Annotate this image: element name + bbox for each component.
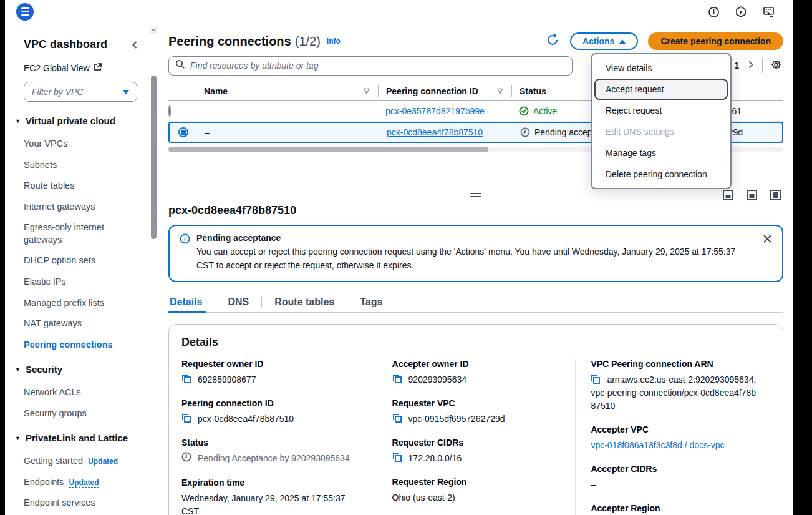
peering-connection-id-link[interactable]: pcx-0cd8eea4f78b87510 bbox=[387, 127, 483, 137]
accepter-vpc-link[interactable]: vpc-018f086a13f3c3f8d / docs-vpc bbox=[591, 439, 724, 452]
sidebar-scrollbar-thumb[interactable] bbox=[151, 76, 157, 239]
search-icon bbox=[175, 59, 185, 72]
section-caret-icon: ▼ bbox=[15, 435, 21, 441]
row-radio-selected[interactable] bbox=[178, 127, 188, 137]
copy-icon[interactable] bbox=[591, 375, 607, 385]
panel-size-medium-icon[interactable] bbox=[747, 190, 757, 203]
preferences-gear-icon[interactable] bbox=[770, 59, 782, 73]
actions-button[interactable]: Actions bbox=[570, 32, 638, 50]
top-navigation-bar bbox=[5, 0, 793, 24]
field-accepter-region: Accepter Region Ohio (us-east-2) bbox=[591, 503, 756, 515]
field-status: Status Pending Acceptance by 92029309563… bbox=[181, 438, 363, 466]
sort-caret-icon[interactable]: ▽ bbox=[498, 87, 503, 95]
info-icon[interactable] bbox=[708, 6, 720, 18]
menu-item-reject-request[interactable]: Reject request bbox=[594, 100, 728, 121]
details-container: Details Requester owner ID 692859908677 bbox=[168, 324, 783, 515]
section-virtual-private-cloud[interactable]: ▼ Virtual private cloud bbox=[15, 115, 139, 126]
hamburger-menu-button[interactable] bbox=[16, 3, 34, 21]
tab-dns[interactable]: DNS bbox=[215, 292, 261, 312]
copy-icon[interactable] bbox=[392, 374, 402, 384]
sidebar-item-egress-only-internet-gateways[interactable]: Egress-only internet gateways bbox=[24, 217, 123, 250]
sidebar-item-route-tables[interactable]: Route tables bbox=[24, 175, 139, 197]
tab-tags[interactable]: Tags bbox=[347, 292, 395, 312]
copy-icon[interactable] bbox=[181, 413, 191, 423]
console-window: VPC dashboard EC2 Global View Filter by … bbox=[5, 0, 793, 515]
field-requester-region: Requester Region Ohio (us-east-2) bbox=[392, 477, 562, 504]
page-title: Peering connections bbox=[168, 34, 291, 49]
menu-item-delete-peering-connection[interactable]: Delete peering connection bbox=[594, 164, 728, 185]
sidebar-item-elastic-ips[interactable]: Elastic IPs bbox=[24, 272, 139, 293]
scroll-up-arrow-icon[interactable] bbox=[150, 26, 157, 33]
field-peering-connection-id: Peering connection ID pcx-0cd8eea4f78b87… bbox=[181, 398, 363, 426]
section-privatelink-lattice[interactable]: ▼ PrivateLink and Lattice bbox=[15, 433, 139, 443]
column-header-name[interactable]: Name ▽ bbox=[196, 85, 378, 97]
field-accepter-cidrs: Accepter CIDRs – bbox=[591, 464, 756, 491]
refresh-button[interactable] bbox=[545, 32, 560, 50]
info-link[interactable]: Info bbox=[327, 37, 341, 46]
sidebar-item-your-vpcs[interactable]: Your VPCs bbox=[24, 134, 139, 155]
sidebar-collapse-icon[interactable] bbox=[130, 41, 139, 49]
field-requester-vpc: Requester VPC vpc-0915df6957262729d bbox=[392, 398, 562, 426]
column-header-peering-connection-id[interactable]: Peering connection ID ▽ bbox=[378, 85, 511, 97]
pending-acceptance-alert: Pending acceptance You can accept or rej… bbox=[168, 225, 783, 282]
panel-size-large-icon[interactable] bbox=[770, 190, 781, 203]
sidebar-item-nat-gateways[interactable]: NAT gateways bbox=[24, 313, 139, 335]
actions-dropdown-menu: View details Accept request Reject reque… bbox=[591, 53, 732, 189]
check-circle-icon bbox=[519, 106, 529, 116]
sidebar-item-security-groups[interactable]: Security groups bbox=[24, 403, 139, 424]
sidebar-item-endpoint-services[interactable]: Endpoint services bbox=[24, 493, 139, 514]
field-vpc-peering-connection-arn: VPC Peering connection ARN arn:aws:ec2:u… bbox=[591, 359, 756, 413]
create-peering-connection-button[interactable]: Create peering connection bbox=[648, 32, 783, 50]
divider bbox=[762, 58, 763, 73]
sidebar-navigation: VPC dashboard EC2 Global View Filter by … bbox=[5, 24, 158, 515]
field-accepter-vpc: Accepter VPC vpc-018f086a13f3c3f8d / doc… bbox=[591, 424, 756, 452]
sidebar-item-network-acls[interactable]: Network ACLs bbox=[24, 382, 139, 403]
close-icon[interactable] bbox=[763, 234, 772, 246]
peering-connections-list: Peering connections (1/2) Info Actions C… bbox=[158, 24, 793, 185]
copy-icon[interactable] bbox=[392, 453, 402, 463]
copy-icon[interactable] bbox=[181, 374, 191, 384]
sidebar-item-endpoints[interactable]: EndpointsUpdated bbox=[24, 472, 139, 493]
tab-details[interactable]: Details bbox=[168, 292, 215, 312]
filter-by-vpc-select[interactable]: Filter by VPC bbox=[24, 82, 137, 102]
sidebar-item-getting-started[interactable]: Getting startedUpdated bbox=[24, 451, 139, 472]
updated-badge: Updated bbox=[69, 478, 99, 488]
details-column-1: Requester owner ID 692859908677 Peering … bbox=[181, 359, 377, 515]
sidebar-item-peering-connections[interactable]: Peering connections bbox=[24, 335, 139, 356]
chevron-up-icon bbox=[619, 39, 626, 44]
search-placeholder: Find resources by attribute or tag bbox=[190, 61, 318, 71]
section-security[interactable]: ▼ Security bbox=[15, 364, 139, 375]
next-page-icon[interactable] bbox=[747, 60, 755, 71]
ec2-global-view-link[interactable]: EC2 Global View bbox=[24, 62, 139, 73]
page-number[interactable]: 1 bbox=[734, 61, 739, 71]
cloudshell-icon[interactable] bbox=[735, 6, 747, 18]
row-radio-unselected[interactable] bbox=[168, 105, 171, 117]
copy-icon[interactable] bbox=[392, 413, 402, 423]
details-column-2: Accepter owner ID 920293095634 Requester… bbox=[377, 359, 576, 515]
menu-item-manage-tags[interactable]: Manage tags bbox=[594, 142, 728, 164]
split-panel-resize-handle[interactable] bbox=[470, 193, 481, 197]
field-requester-cidrs: Requester CIDRs 172.28.0.0/16 bbox=[392, 438, 562, 465]
peering-connection-id-link[interactable]: pcx-0e35787d82197b99e bbox=[385, 106, 485, 116]
sidebar-item-dhcp-option-sets[interactable]: DHCP option sets bbox=[24, 250, 139, 272]
sidebar-item-internet-gateways[interactable]: Internet gateways bbox=[24, 197, 139, 218]
sidebar-item-subnets[interactable]: Subnets bbox=[24, 155, 139, 176]
resource-count: (1/2) bbox=[295, 34, 321, 49]
feedback-icon[interactable] bbox=[762, 6, 776, 18]
horizontal-scrollbar-thumb[interactable] bbox=[168, 147, 488, 152]
tab-route-tables[interactable]: Route tables bbox=[262, 292, 347, 312]
sidebar-item-managed-prefix-lists[interactable]: Managed prefix lists bbox=[24, 293, 139, 314]
clock-icon bbox=[520, 127, 530, 137]
info-circle-icon bbox=[180, 233, 190, 273]
panel-size-small-icon[interactable] bbox=[723, 190, 733, 203]
menu-item-accept-request[interactable]: Accept request bbox=[594, 79, 728, 100]
sort-caret-icon[interactable]: ▽ bbox=[364, 87, 369, 95]
menu-item-view-details[interactable]: View details bbox=[594, 57, 728, 79]
field-expiration-time: Expiration time Wednesday, January 29, 2… bbox=[181, 478, 363, 515]
panel-heading: pcx-0cd8eea4f78b87510 bbox=[168, 204, 783, 217]
clock-icon bbox=[181, 452, 191, 466]
search-input[interactable]: Find resources by attribute or tag bbox=[168, 56, 573, 76]
sidebar-scrollbar[interactable] bbox=[150, 24, 157, 515]
field-requester-owner-id: Requester owner ID 692859908677 bbox=[181, 359, 363, 386]
field-accepter-owner-id: Accepter owner ID 920293095634 bbox=[392, 359, 562, 386]
